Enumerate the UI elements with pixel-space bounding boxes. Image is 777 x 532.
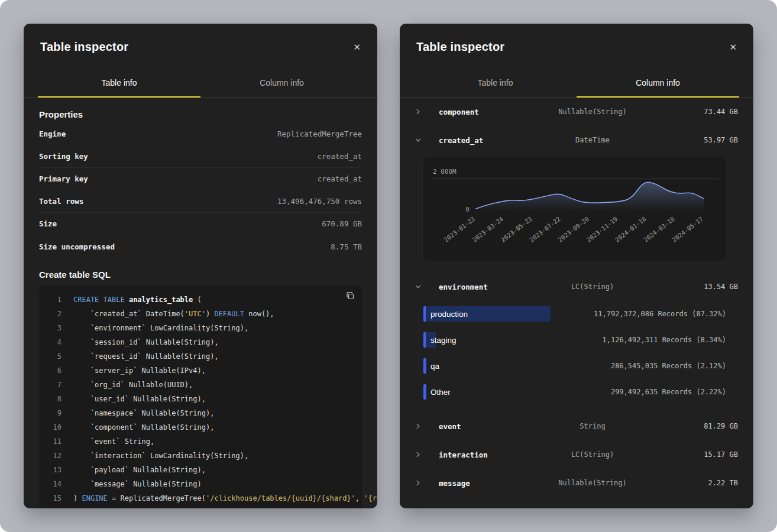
svg-text:2023-01-23: 2023-01-23 xyxy=(442,215,476,244)
code-line: 15) ENGINE = ReplicatedMergeTree('/click… xyxy=(48,491,352,505)
code-line: 2 `created_at` DateTime('UTC') DEFAULT n… xyxy=(48,307,352,321)
properties-heading: Properties xyxy=(39,109,362,119)
value-bar-row: Other299,492,635 Records (2.22%) xyxy=(423,379,726,405)
code-line: 14 `message` Nullable(String) xyxy=(48,477,352,491)
property-value: ReplicatedMergeTree xyxy=(277,129,362,138)
column-size: 81.29 GB xyxy=(663,422,738,430)
column-type: Nullable(String) xyxy=(522,479,663,487)
close-icon[interactable]: ✕ xyxy=(729,43,737,51)
code-text: `component` Nullable(String), xyxy=(73,420,214,434)
table-inspector-modal-table-info: Table inspector ✕ Table info Column info… xyxy=(24,24,377,508)
column-row-message[interactable]: messageNullable(String)2.22 TB xyxy=(415,469,738,497)
code-text: `request_id` Nullable(String), xyxy=(73,349,219,364)
column-size: 13.54 GB xyxy=(663,283,738,291)
tab-column-info[interactable]: Column info xyxy=(200,68,363,98)
value-records: 11,792,372,086 Records (87.32%) xyxy=(594,310,726,318)
copy-icon[interactable] xyxy=(346,291,355,302)
property-row: Sorting keycreated_at xyxy=(39,145,362,168)
tab-column-info[interactable]: Column info xyxy=(577,68,739,98)
column-row-component[interactable]: componentNullable(String)73.44 GB xyxy=(415,98,738,126)
code-text: `server_ip` Nullable(IPv4), xyxy=(73,364,206,378)
line-number: 14 xyxy=(48,477,61,491)
code-line: 7 `org_id` Nullable(UUID), xyxy=(48,378,352,392)
columns-list: componentNullable(String)73.44 GBcreated… xyxy=(415,98,738,497)
value-bar-row: qa286,545,035 Records (2.12%) xyxy=(423,353,726,379)
value-label: production xyxy=(423,310,468,319)
line-number: 13 xyxy=(48,463,61,477)
tab-bar: Table info Column info xyxy=(400,68,753,98)
column-name: interaction xyxy=(439,450,522,459)
column-info-content: componentNullable(String)73.44 GBcreated… xyxy=(400,98,753,508)
code-text: `user_id` Nullable(String), xyxy=(73,392,206,406)
line-number: 15 xyxy=(48,491,61,505)
property-label: Size uncompressed xyxy=(39,242,115,251)
line-number: 3 xyxy=(48,321,61,335)
code-text: `message` Nullable(String) xyxy=(73,477,202,491)
column-type: Nullable(String) xyxy=(522,108,663,116)
page-title: Table inspector xyxy=(40,40,128,54)
column-row-interaction[interactable]: interactionLC(String)15.17 GB xyxy=(415,440,738,469)
chevron-down-icon xyxy=(415,137,439,143)
property-label: Size xyxy=(39,219,57,228)
line-number: 10 xyxy=(48,420,61,434)
svg-text:2 000M: 2 000M xyxy=(433,168,457,176)
tab-table-info[interactable]: Table info xyxy=(38,68,200,98)
line-number: 12 xyxy=(48,449,61,463)
column-type: DateTime xyxy=(522,136,663,144)
code-text: ) ENGINE = ReplicatedMergeTree('/clickho… xyxy=(73,491,377,505)
created-at-distribution-chart: 2 000M02023-01-232023-03-242023-05-23202… xyxy=(423,157,726,261)
code-line: 4 `session_id` Nullable(String), xyxy=(48,335,352,349)
code-text: `payload` Nullable(String), xyxy=(73,463,206,477)
close-icon[interactable]: ✕ xyxy=(353,43,361,51)
line-number: 9 xyxy=(48,406,61,420)
code-text: CREATE TABLE analytics_table ( xyxy=(73,293,202,307)
code-line: 10 `component` Nullable(String), xyxy=(48,420,352,434)
column-size: 53.97 GB xyxy=(663,136,738,144)
code-line: 1CREATE TABLE analytics_table ( xyxy=(48,293,352,307)
property-value: 670.89 GB xyxy=(322,219,362,228)
column-name: environment xyxy=(439,283,522,291)
code-text: `org_id` Nullable(UUID), xyxy=(73,378,193,392)
chevron-right-icon xyxy=(415,480,439,486)
code-text: `namespace` Nullable(String), xyxy=(73,406,214,420)
column-row-environment[interactable]: environmentLC(String)13.54 GB xyxy=(415,273,738,301)
column-row-event[interactable]: eventString81.29 GB xyxy=(415,412,738,440)
property-row: Size670.89 GB xyxy=(39,213,362,235)
desktop-background: Table inspector ✕ Table info Column info… xyxy=(0,0,777,532)
svg-text:0: 0 xyxy=(465,206,470,213)
code-line: 11 `event` String, xyxy=(48,434,352,449)
tab-bar: Table info Column info xyxy=(24,68,377,98)
value-label: Other xyxy=(423,388,451,397)
property-value: created_at xyxy=(318,152,362,161)
column-row-created_at[interactable]: created_atDateTime53.97 GB xyxy=(415,126,738,154)
column-name: component xyxy=(439,108,522,116)
property-value: 13,496,476,750 rows xyxy=(277,197,362,206)
property-value: 8.75 TB xyxy=(331,242,362,251)
line-number: 5 xyxy=(48,349,61,364)
svg-text:2023-05-23: 2023-05-23 xyxy=(500,215,533,244)
create-table-sql-heading: Create table SQL xyxy=(39,270,362,280)
line-number: 7 xyxy=(48,378,61,392)
properties-list: EngineReplicatedMergeTreeSorting keycrea… xyxy=(39,123,362,258)
modal-header: Table inspector ✕ xyxy=(400,24,753,68)
chevron-right-icon xyxy=(415,452,439,458)
line-number: 8 xyxy=(48,392,61,406)
sql-code-block: 1CREATE TABLE analytics_table (2 `create… xyxy=(39,286,362,508)
environment-top-values: production11,792,372,086 Records (87.32%… xyxy=(423,301,726,405)
value-label: staging xyxy=(423,336,457,345)
column-type: String xyxy=(522,422,663,430)
line-number: 4 xyxy=(48,335,61,349)
column-type: LC(String) xyxy=(522,450,663,459)
table-info-content: Properties EngineReplicatedMergeTreeSort… xyxy=(24,98,377,508)
chevron-right-icon xyxy=(415,423,439,429)
sql-code-lines: 1CREATE TABLE analytics_table (2 `create… xyxy=(48,293,352,505)
column-name: event xyxy=(439,422,522,431)
svg-text:2023-11-19: 2023-11-19 xyxy=(585,215,619,244)
property-label: Total rows xyxy=(39,197,83,206)
code-text: `interaction` LowCardinality(String), xyxy=(73,449,248,463)
page-title: Table inspector xyxy=(416,40,504,54)
value-records: 1,126,492,311 Records (8.34%) xyxy=(602,336,726,344)
code-line: 3 `environment` LowCardinality(String), xyxy=(48,321,352,335)
tab-table-info[interactable]: Table info xyxy=(414,68,577,98)
line-number: 6 xyxy=(48,364,61,378)
